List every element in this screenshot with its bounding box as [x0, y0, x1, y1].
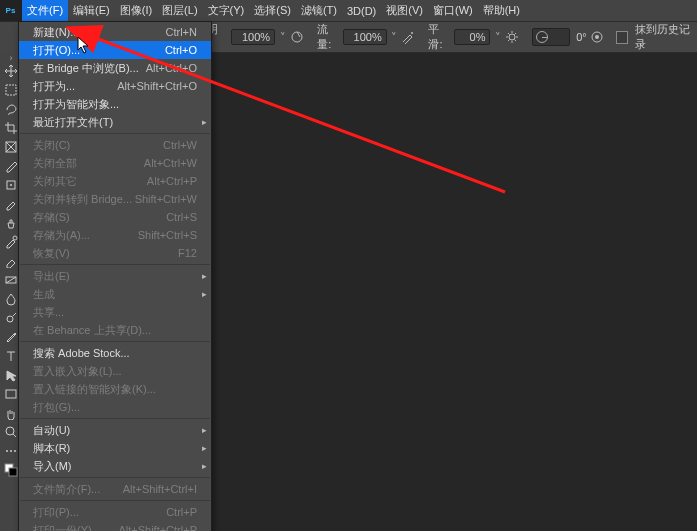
menu-item-label: 搜索 Adobe Stock... — [33, 346, 130, 361]
smoothing-value[interactable]: 0% — [454, 29, 490, 45]
file-menu-item[interactable]: 打开为...Alt+Shift+Ctrl+O — [19, 77, 211, 95]
menu-item-shortcut: Ctrl+W — [163, 139, 197, 151]
menu-item-shortcut: Ctrl+O — [165, 44, 197, 56]
menu-图层[interactable]: 图层(L) — [157, 0, 202, 21]
chevron-down-icon[interactable]: ˅ — [279, 31, 286, 44]
menu-separator — [20, 341, 210, 342]
file-menu-item: 置入链接的智能对象(K)... — [19, 380, 211, 398]
file-menu-item[interactable]: 打开(O)...Ctrl+O — [19, 41, 211, 59]
menu-滤镜[interactable]: 滤镜(T) — [296, 0, 342, 21]
svg-point-12 — [595, 35, 599, 39]
menubar: Ps 文件(F)编辑(E)图像(I)图层(L)文字(Y)选择(S)滤镜(T)3D… — [0, 0, 697, 21]
chevron-down-icon[interactable]: ˅ — [391, 31, 398, 44]
file-menu-item[interactable]: 在 Bridge 中浏览(B)...Alt+Ctrl+O — [19, 59, 211, 77]
menu-帮助[interactable]: 帮助(H) — [478, 0, 525, 21]
file-menu-item: 存储为(A)...Shift+Ctrl+S — [19, 226, 211, 244]
menu-文件[interactable]: 文件(F) — [22, 0, 68, 21]
menu-item-label: 自动(U) — [33, 423, 70, 438]
svg-point-10 — [509, 34, 515, 40]
menu-item-label: 打开为... — [33, 79, 75, 94]
menu-item-shortcut: Alt+Shift+Ctrl+O — [117, 80, 197, 92]
menu-item-label: 在 Bridge 中浏览(B)... — [33, 61, 139, 76]
svg-point-28 — [10, 450, 12, 452]
menu-separator — [20, 264, 210, 265]
svg-point-8 — [292, 32, 302, 42]
menu-item-label: 关闭(C) — [33, 138, 70, 153]
menu-视图[interactable]: 视图(V) — [381, 0, 428, 21]
history-checkbox-label: 抹到历史记录 — [635, 22, 697, 52]
svg-rect-13 — [6, 85, 16, 95]
file-menu-item[interactable]: 打开为智能对象... — [19, 95, 211, 113]
file-menu-dropdown: 新建(N)...Ctrl+N打开(O)...Ctrl+O在 Bridge 中浏览… — [18, 21, 212, 531]
file-menu-item[interactable]: 最近打开文件(T) — [19, 113, 211, 131]
svg-point-27 — [6, 450, 8, 452]
smoothing-gear-icon[interactable] — [501, 27, 522, 47]
file-menu-item[interactable]: 导入(M) — [19, 457, 211, 475]
file-menu-item: 关闭其它Alt+Ctrl+P — [19, 172, 211, 190]
menu-item-label: 打开(O)... — [33, 43, 80, 58]
menu-item-label: 关闭其它 — [33, 174, 77, 189]
menu-item-label: 导出(E) — [33, 269, 70, 284]
file-menu-item[interactable]: 脚本(R) — [19, 439, 211, 457]
file-menu-item[interactable]: 新建(N)...Ctrl+N — [19, 23, 211, 41]
menu-item-label: 生成 — [33, 287, 55, 302]
menu-3d[interactable]: 3D(D) — [342, 0, 381, 21]
file-menu-item: 生成 — [19, 285, 211, 303]
toolbox-collapse-icon[interactable]: › — [4, 53, 18, 59]
file-menu-item: 关闭(C)Ctrl+W — [19, 136, 211, 154]
svg-line-21 — [6, 277, 16, 283]
menu-item-shortcut: Ctrl+S — [166, 211, 197, 223]
pressure-opacity-icon[interactable] — [286, 27, 307, 47]
menu-item-label: 脚本(R) — [33, 441, 70, 456]
svg-point-18 — [10, 184, 12, 186]
svg-point-29 — [14, 450, 16, 452]
file-menu-item: 关闭全部Alt+Ctrl+W — [19, 154, 211, 172]
menu-item-label: 共享... — [33, 305, 64, 320]
menu-item-label: 关闭并转到 Bridge... — [33, 192, 132, 207]
menu-separator — [20, 133, 210, 134]
angle-control[interactable] — [532, 28, 570, 46]
menu-文字[interactable]: 文字(Y) — [203, 0, 250, 21]
menu-item-label: 置入嵌入对象(L)... — [33, 364, 122, 379]
svg-rect-24 — [6, 390, 16, 398]
menu-图像[interactable]: 图像(I) — [115, 0, 157, 21]
menu-separator — [20, 477, 210, 478]
menu-item-label: 新建(N)... — [33, 25, 79, 40]
menu-item-label: 最近打开文件(T) — [33, 115, 113, 130]
flow-label: 流量: — [317, 22, 339, 52]
file-menu-item[interactable]: 自动(U) — [19, 421, 211, 439]
flow-value[interactable]: 100% — [343, 29, 387, 45]
chevron-down-icon[interactable]: ˅ — [494, 31, 501, 44]
menu-item-label: 关闭全部 — [33, 156, 77, 171]
airbrush-icon[interactable] — [398, 27, 419, 47]
opacity-value[interactable]: 100% — [231, 29, 275, 45]
angle-dial-icon — [536, 31, 548, 43]
file-menu-item: 在 Behance 上共享(D)... — [19, 321, 211, 339]
menu-item-shortcut: F12 — [178, 247, 197, 259]
file-menu-item: 恢复(V)F12 — [19, 244, 211, 262]
menu-separator — [20, 418, 210, 419]
menu-item-shortcut: Alt+Shift+Ctrl+I — [123, 483, 197, 495]
pressure-size-icon[interactable] — [587, 27, 608, 47]
file-menu-item: 关闭并转到 Bridge...Shift+Ctrl+W — [19, 190, 211, 208]
menu-item-shortcut: Ctrl+P — [166, 506, 197, 518]
menu-item-label: 存储(S) — [33, 210, 70, 225]
file-menu-item[interactable]: 搜索 Adobe Stock... — [19, 344, 211, 362]
menu-item-label: 打包(G)... — [33, 400, 80, 415]
menu-item-label: 导入(M) — [33, 459, 72, 474]
menu-item-shortcut: Shift+Ctrl+W — [135, 193, 197, 205]
history-checkbox[interactable] — [616, 31, 628, 44]
menu-item-shortcut: Alt+Ctrl+W — [144, 157, 197, 169]
file-menu-item: 存储(S)Ctrl+S — [19, 208, 211, 226]
menu-item-label: 文件简介(F)... — [33, 482, 100, 497]
svg-point-25 — [6, 427, 14, 435]
file-menu-item: 打印(P)...Ctrl+P — [19, 503, 211, 521]
menu-选择[interactable]: 选择(S) — [249, 0, 296, 21]
file-menu-item: 置入嵌入对象(L)... — [19, 362, 211, 380]
menu-窗口[interactable]: 窗口(W) — [428, 0, 478, 21]
menu-编辑[interactable]: 编辑(E) — [68, 0, 115, 21]
menu-item-label: 打开为智能对象... — [33, 97, 119, 112]
menu-item-label: 恢复(V) — [33, 246, 70, 261]
file-menu-item: 导出(E) — [19, 267, 211, 285]
menu-item-label: 打印(P)... — [33, 505, 79, 520]
